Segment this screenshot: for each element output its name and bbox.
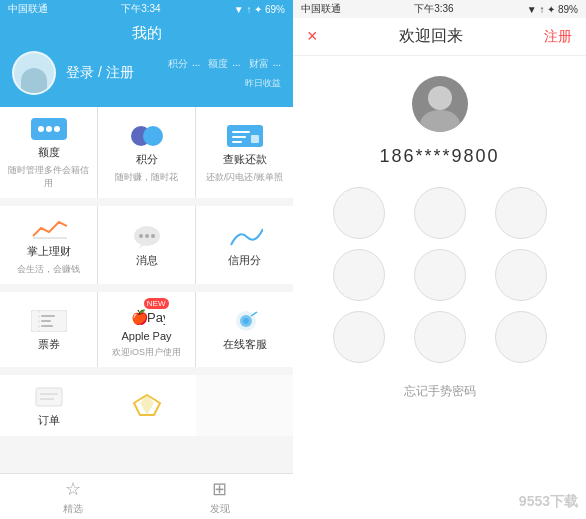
invest-icon [31,216,67,240]
nav-item-discover[interactable]: ⊞ 发现 [147,474,294,519]
pin-dot-4[interactable] [333,249,385,301]
ticket-label: 票券 [38,337,60,352]
stat-label-points: 积分 [168,57,188,71]
pin-dot-1[interactable] [333,187,385,239]
svg-rect-4 [232,136,246,138]
time-right: 下午3:36 [414,2,453,16]
user-avatar-svg [412,76,468,132]
svg-point-1 [143,126,163,146]
profile-left: 登录 / 注册 [12,51,134,95]
nav-label-discover: 发现 [210,502,230,516]
header-left: 我的 登录 / 注册 积分 ... 额度 [0,18,293,107]
message-label: 消息 [136,253,158,268]
featured-icon: ☆ [65,478,81,500]
svg-rect-3 [232,131,250,133]
grid-item-bill[interactable]: 查账还款 还款/闪电还/账单照 [196,107,293,198]
stat-item-wealth: 财富 ... [249,57,281,71]
grid-item-blur[interactable] [196,375,293,436]
pin-dot-9[interactable] [495,311,547,363]
grid-item-quota[interactable]: 额度 随时管理多件会籍信用 [0,107,97,198]
login-body: 186****9800 忘记手势密码 [293,56,586,519]
pin-dot-7[interactable] [333,311,385,363]
points-svg [129,124,165,148]
login-register-label[interactable]: 登录 / 注册 [66,64,134,82]
applepay-icon: 🍎 Pay NEW [129,302,165,326]
service-icon [227,309,263,333]
svg-rect-16 [41,325,53,327]
invest-sublabel: 会生活，会赚钱 [17,263,80,276]
yesterday-earnings: 昨日收益 [245,77,281,90]
grid-item-points[interactable]: 积分 随时赚，随时花 [98,107,195,198]
content-area: 额度 随时管理多件会籍信用 积分 随时赚，随时花 [0,107,293,473]
stat-label-quota: 额度 [208,57,228,71]
grid-row-4-partial: 订单 [0,375,293,436]
avatar-silhouette [21,68,47,94]
svg-rect-15 [41,320,51,322]
bottom-nav: ☆ 精选 ⊞ 发现 [0,473,293,519]
quota-sublabel: 随时管理多件会籍信用 [4,164,93,190]
profile-stats: 积分 ... 额度 ... 财富 ... 昨日收益 [168,57,281,90]
phone-number: 186****9800 [379,146,499,167]
status-bar-left: 中国联通 下午3:34 ▼ ↑ ✦ 69% [0,0,293,18]
grid-item-applepay[interactable]: 🍎 Pay NEW Apple Pay 欢迎iOS用户使用 [98,292,195,367]
forgot-password[interactable]: 忘记手势密码 [404,383,476,400]
pin-dot-2[interactable] [414,187,466,239]
pin-dot-3[interactable] [495,187,547,239]
login-header: × 欢迎回来 注册 [293,18,586,56]
new-badge: NEW [144,298,169,309]
applepay-label: Apple Pay [121,330,171,342]
invest-label: 掌上理财 [27,244,71,259]
credit-label: 信用分 [228,253,261,268]
points-label: 积分 [136,152,158,167]
svg-point-10 [151,234,155,238]
points-sublabel: 随时赚，随时花 [115,171,178,184]
user-avatar [412,76,468,132]
credit-icon [227,225,263,249]
svg-rect-14 [41,315,55,317]
grid-item-order[interactable]: 订单 [0,375,97,436]
svg-rect-5 [232,141,242,143]
grid-row-3: 票券 🍎 Pay NEW Apple Pay 欢迎iOS用户使用 [0,292,293,367]
pin-dot-5[interactable] [414,249,466,301]
svg-text:Pay: Pay [147,310,165,325]
page-title: 我的 [12,24,281,43]
stat-row-1: 积分 ... 额度 ... 财富 ... [168,57,281,71]
pin-dot-6[interactable] [495,249,547,301]
quota-label: 额度 [38,145,60,160]
grid-item-diamond[interactable] [98,375,195,436]
pin-dot-8[interactable] [414,311,466,363]
order-icon [31,385,67,409]
grid-row-2: 掌上理财 会生活，会赚钱 消息 [0,206,293,284]
discover-icon: ⊞ [212,478,227,500]
carrier-left: 中国联通 [8,2,48,16]
svg-rect-6 [251,135,259,143]
grid-item-service[interactable]: 在线客服 [196,292,293,367]
status-bar-right: 中国联通 下午3:36 ▼ ↑ ✦ 89% [293,0,586,18]
signal-left: ▼ ↑ ✦ 69% [234,4,285,15]
bill-icon [227,124,263,148]
grid-item-message[interactable]: 消息 [98,206,195,284]
welcome-title: 欢迎回来 [399,26,463,47]
pin-grid [293,187,586,363]
avatar[interactable] [12,51,56,95]
svg-rect-23 [36,388,62,406]
bill-sublabel: 还款/闪电还/账单照 [206,171,283,184]
service-label: 在线客服 [223,337,267,352]
grid-item-ticket[interactable]: 票券 [0,292,97,367]
svg-point-21 [243,318,249,324]
points-icon [129,124,165,148]
order-label: 订单 [38,413,60,428]
diamond-icon [129,393,165,417]
grid-item-invest[interactable]: 掌上理财 会生活，会赚钱 [0,206,97,284]
close-button[interactable]: × [307,26,318,47]
right-panel: 中国联通 下午3:36 ▼ ↑ ✦ 89% × 欢迎回来 注册 186****9… [293,0,586,519]
register-button[interactable]: 注册 [544,28,572,46]
nav-item-featured[interactable]: ☆ 精选 [0,474,147,519]
bill-svg [227,125,263,147]
nav-label-featured: 精选 [63,502,83,516]
applepay-sublabel: 欢迎iOS用户使用 [112,346,181,359]
quota-icon [31,117,67,141]
grid-item-credit[interactable]: 信用分 [196,206,293,284]
stat-item-quota: 额度 ... [208,57,240,71]
svg-point-28 [428,86,452,110]
